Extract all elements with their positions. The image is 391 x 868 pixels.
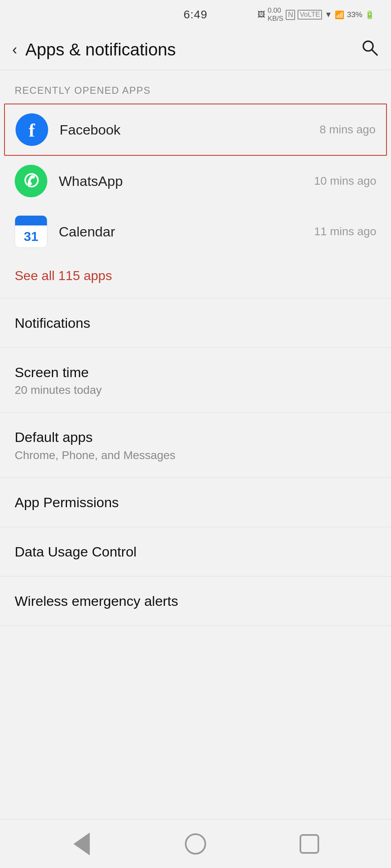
menu-item-screen-time[interactable]: Screen time 20 minutes today — [0, 348, 391, 412]
default-apps-title: Default apps — [15, 428, 376, 446]
nfc-icon: N — [286, 10, 295, 20]
calendar-icon: 31 — [15, 215, 47, 248]
recents-nav-button[interactable] — [293, 828, 326, 860]
app-time-whatsapp: 10 mins ago — [314, 174, 376, 188]
app-item-facebook[interactable]: f Facebook 8 mins ago — [4, 104, 387, 156]
screen-time-title: Screen time — [15, 363, 376, 381]
wifi-icon: ▼ — [324, 10, 332, 19]
back-nav-icon — [73, 833, 90, 855]
battery-percentage: 33% — [347, 10, 362, 19]
app-name-calendar: Calendar — [59, 224, 314, 240]
data-speed: 0.00KB/S — [268, 7, 284, 23]
back-nav-button[interactable] — [65, 828, 98, 860]
nav-bar — [0, 819, 391, 868]
image-icon: 🖼 — [258, 10, 265, 19]
content: RECENTLY OPENED APPS f Facebook 8 mins a… — [0, 70, 391, 819]
default-apps-subtitle: Chrome, Phone, and Messages — [15, 449, 376, 462]
menu-item-app-permissions[interactable]: App Permissions — [0, 478, 391, 527]
app-item-calendar[interactable]: 31 Calendar 11 mins ago — [0, 206, 391, 257]
app-time-facebook: 8 mins ago — [320, 123, 375, 136]
home-nav-icon — [185, 833, 206, 855]
status-time: 6:49 — [184, 8, 208, 21]
home-nav-button[interactable] — [179, 828, 212, 860]
menu-item-default-apps[interactable]: Default apps Chrome, Phone, and Messages — [0, 413, 391, 477]
menu-item-data-usage[interactable]: Data Usage Control — [0, 527, 391, 576]
recents-nav-icon — [300, 834, 319, 854]
whatsapp-icon: ✆ — [15, 165, 47, 197]
header: ‹ Apps & notifications — [0, 29, 391, 70]
app-name-whatsapp: WhatsApp — [59, 173, 314, 189]
notifications-title: Notifications — [15, 314, 376, 332]
app-time-calendar: 11 mins ago — [314, 225, 376, 238]
see-all-apps-link[interactable]: See all 115 apps — [0, 257, 391, 298]
menu-item-wireless-alerts[interactable]: Wireless emergency alerts — [0, 576, 391, 625]
screen-time-subtitle: 20 minutes today — [15, 384, 376, 397]
volte-icon: VoLTE — [298, 10, 322, 20]
divider-7 — [0, 625, 391, 626]
back-button[interactable]: ‹ — [12, 42, 17, 57]
page-title: Apps & notifications — [25, 40, 361, 60]
wireless-alerts-title: Wireless emergency alerts — [15, 592, 376, 610]
app-item-whatsapp[interactable]: ✆ WhatsApp 10 mins ago — [0, 156, 391, 206]
app-name-facebook: Facebook — [60, 122, 320, 138]
data-usage-title: Data Usage Control — [15, 543, 376, 561]
recently-opened-label: RECENTLY OPENED APPS — [0, 70, 391, 104]
battery-icon: 🔋 — [365, 10, 375, 20]
menu-item-notifications[interactable]: Notifications — [0, 298, 391, 347]
signal-icon: 📶 — [335, 10, 344, 20]
status-bar: 6:49 🖼 0.00KB/S N VoLTE ▼ 📶 33% 🔋 — [0, 0, 391, 29]
status-icons: 🖼 0.00KB/S N VoLTE ▼ 📶 33% 🔋 — [258, 7, 375, 23]
app-permissions-title: App Permissions — [15, 493, 376, 511]
svg-line-1 — [372, 50, 377, 55]
search-icon[interactable] — [361, 39, 379, 60]
facebook-icon: f — [16, 113, 48, 146]
